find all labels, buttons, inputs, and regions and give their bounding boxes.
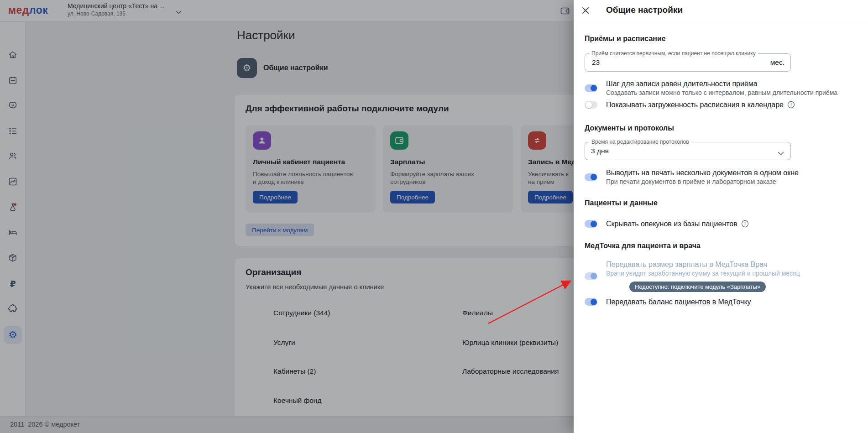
- toggle-row-salary-disabled: Передавать размер зарплаты в МедТочка Вр…: [585, 260, 859, 292]
- select-value: 3 дня: [591, 147, 609, 155]
- field-label: Время на редактирование протоколов: [589, 139, 691, 145]
- toggle-step-equals-duration[interactable]: [585, 84, 597, 92]
- toggle-label: Передавать размер зарплаты в МедТочка Вр…: [606, 260, 800, 269]
- toggle-row-step: Шаг для записи равен длительности приёма…: [585, 79, 859, 97]
- info-icon[interactable]: [787, 101, 795, 109]
- toggle-row-schedule-load: Показывать загруженность расписания в ка…: [585, 100, 859, 109]
- app-root: медлок Медицинский центр «Тест» на ... у…: [0, 0, 868, 433]
- toggle-sublabel: Врачи увидят заработанную сумму за текущ…: [606, 270, 800, 277]
- unavailable-badge: Недоступно: подключите модуль «Зарплаты»: [629, 282, 766, 292]
- toggle-hide-guardians[interactable]: [585, 220, 597, 228]
- section-heading-appointments: Приёмы и расписание: [585, 35, 666, 43]
- protocol-edit-time-select[interactable]: Время на редактирование протоколов 3 дня: [585, 142, 791, 160]
- general-settings-drawer: Общие настройки Приёмы и расписание Приё…: [574, 0, 868, 433]
- section-heading-patients: Пациенты и данные: [585, 199, 658, 207]
- toggle-label: Скрывать опекунов из базы пациентов: [606, 219, 737, 228]
- toggle-sublabel: Создавать записи можно только с интервал…: [606, 89, 837, 97]
- primary-visit-field: Приём считается первичным, если пациент …: [585, 53, 791, 72]
- toggle-row-patient-balance: Передавать баланс пациентов в МедТочку: [585, 297, 859, 306]
- close-icon: [581, 6, 590, 16]
- info-icon[interactable]: [741, 220, 749, 228]
- section-heading-medtochka: МедТочка для пациента и врача: [585, 242, 701, 250]
- drawer-title: Общие настройки: [606, 5, 683, 15]
- chevron-down-icon: [778, 149, 784, 157]
- toggle-row-hide-guardians: Скрывать опекунов из базы пациентов: [585, 219, 859, 228]
- toggle-print-multiple-docs[interactable]: [585, 173, 597, 181]
- divider: [574, 24, 868, 24]
- field-suffix: мес.: [770, 58, 784, 67]
- toggle-label: Шаг для записи равен длительности приёма: [606, 79, 837, 88]
- toggle-label: Выводить на печать несколько документов …: [606, 168, 799, 177]
- toggle-label: Показывать загруженность расписания в ка…: [606, 100, 784, 109]
- toggle-row-print-multiple: Выводить на печать несколько документов …: [585, 168, 859, 186]
- toggle-show-schedule-load[interactable]: [585, 101, 597, 109]
- section-heading-documents: Документы и протоколы: [585, 124, 674, 132]
- toggle-send-patient-balance[interactable]: [585, 298, 597, 306]
- toggle-send-salary-disabled: [585, 272, 597, 280]
- toggle-sublabel: При печати документов в приёме и лаборат…: [606, 178, 799, 186]
- toggle-label: Передавать баланс пациентов в МедТочку: [606, 298, 751, 306]
- close-button[interactable]: [579, 5, 592, 17]
- primary-visit-input[interactable]: [591, 54, 742, 71]
